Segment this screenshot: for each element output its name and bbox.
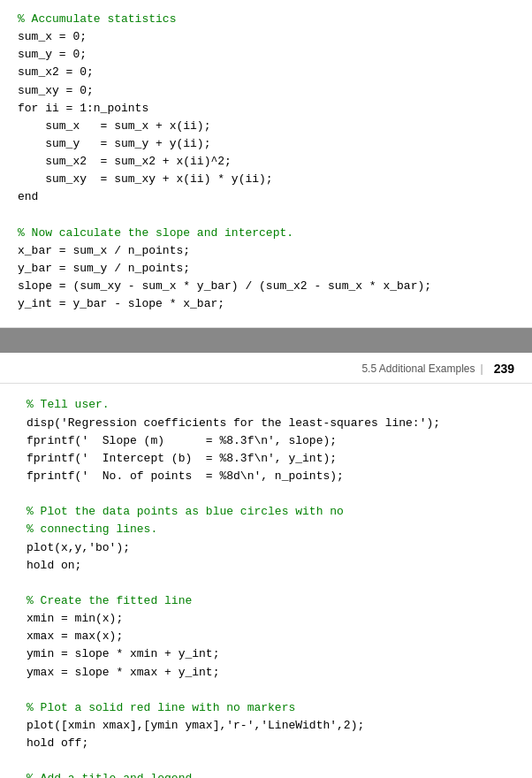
- top-code-pre: % Accumulate statistics sum_x = 0; sum_y…: [18, 11, 514, 313]
- bottom-code-section: % Tell user. disp('Regression coefficien…: [0, 384, 532, 778]
- page-header: 5.5 Additional Examples | 239: [0, 353, 532, 384]
- page-number: 239: [494, 362, 514, 376]
- bottom-code-pre: % Tell user. disp('Regression coefficien…: [27, 396, 514, 778]
- header-separator: |: [481, 362, 483, 375]
- divider-bar: [0, 328, 532, 353]
- section-label: 5.5 Additional Examples: [361, 362, 475, 375]
- top-code-section: % Accumulate statistics sum_x = 0; sum_y…: [0, 0, 532, 328]
